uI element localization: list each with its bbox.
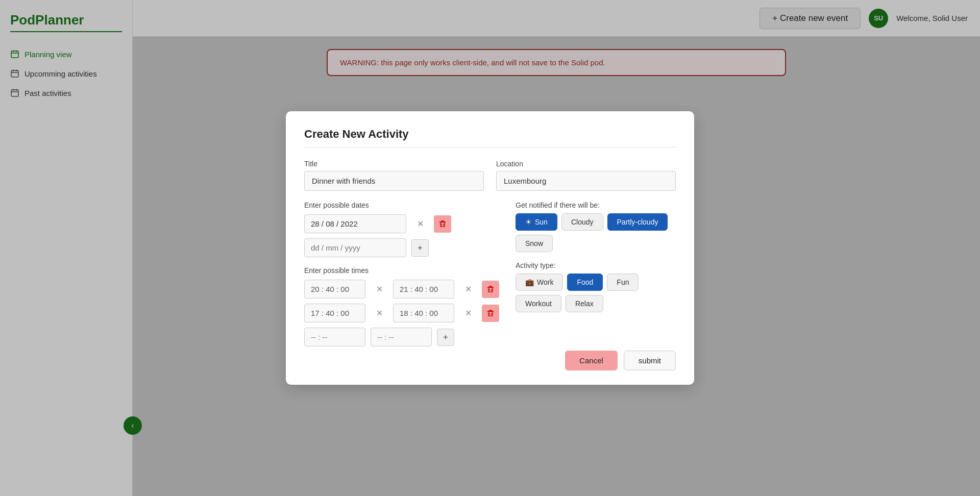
location-input[interactable]	[496, 171, 676, 191]
activity-work-label: Work	[537, 278, 553, 286]
date-clear-1-button[interactable]: ✕	[411, 215, 429, 233]
weather-section: Get notified if there will be: ☀ Sun Clo…	[516, 201, 676, 252]
weather-snow-label: Snow	[525, 239, 543, 247]
time-end-3[interactable]	[371, 328, 432, 346]
time-clear-start-2[interactable]: ✕	[371, 305, 388, 322]
time-row-1: ✕ ✕	[304, 280, 499, 299]
time-end-1[interactable]	[393, 280, 454, 299]
activity-type-label: Activity type:	[516, 261, 676, 269]
modal-title: Create New Activity	[304, 128, 676, 141]
two-col-layout: Enter possible dates ✕	[304, 201, 676, 346]
work-icon: 💼	[525, 278, 534, 286]
activity-btn-work[interactable]: 💼 Work	[516, 274, 563, 291]
activity-btn-fun[interactable]: Fun	[607, 274, 639, 291]
weather-btn-cloudy[interactable]: Cloudy	[561, 213, 603, 231]
activity-workout-label: Workout	[525, 300, 552, 308]
time-clear-start-1[interactable]: ✕	[371, 281, 388, 298]
date-delete-1-button[interactable]	[434, 215, 451, 233]
time-delete-1-button[interactable]	[482, 281, 499, 298]
location-group: Location	[496, 160, 676, 191]
cancel-button[interactable]: Cancel	[565, 351, 618, 370]
date-add-button[interactable]: +	[411, 239, 429, 257]
modal-footer: Cancel submit	[304, 351, 676, 370]
weather-btn-partly-cloudy[interactable]: Partly-cloudy	[607, 213, 668, 231]
weather-cloudy-label: Cloudy	[571, 218, 594, 226]
times-label: Enter possible times	[304, 266, 499, 275]
date-input-1[interactable]	[304, 214, 406, 233]
activity-btn-workout[interactable]: Workout	[516, 295, 561, 312]
activity-btn-relax[interactable]: Relax	[566, 295, 603, 312]
weather-label: Get notified if there will be:	[516, 201, 676, 209]
weather-sun-label: Sun	[535, 218, 548, 226]
weather-btn-snow[interactable]: Snow	[516, 235, 553, 252]
activity-food-label: Food	[577, 278, 593, 286]
time-start-2[interactable]	[304, 304, 365, 323]
title-location-row: Title Location	[304, 160, 676, 191]
time-start-3[interactable]	[304, 328, 365, 346]
weather-buttons: ☀ Sun Cloudy Partly-cloudy Snow	[516, 213, 676, 252]
svg-rect-18	[488, 311, 493, 316]
right-column: Get notified if there will be: ☀ Sun Clo…	[516, 201, 676, 312]
weather-btn-sun[interactable]: ☀ Sun	[516, 213, 557, 231]
activity-buttons: 💼 Work Food Fun Workout R	[516, 274, 676, 312]
date-row-1: ✕	[304, 214, 499, 233]
time-clear-end-2[interactable]: ✕	[459, 305, 477, 322]
submit-button[interactable]: submit	[624, 351, 676, 370]
activity-type-section: Activity type: 💼 Work Food Fun	[516, 261, 676, 312]
activity-btn-food[interactable]: Food	[567, 274, 603, 291]
time-delete-2-button[interactable]	[482, 305, 499, 322]
location-label: Location	[496, 160, 676, 168]
time-clear-end-1[interactable]: ✕	[459, 281, 477, 298]
activity-fun-label: Fun	[617, 278, 629, 286]
sun-icon: ☀	[525, 218, 532, 226]
date-input-2[interactable]	[304, 238, 406, 257]
time-start-1[interactable]	[304, 280, 365, 299]
modal: Create New Activity Title Location Enter…	[286, 111, 694, 385]
date-row-2: +	[304, 238, 499, 257]
left-column: Enter possible dates ✕	[304, 201, 499, 346]
dates-label: Enter possible dates	[304, 201, 499, 209]
modal-divider	[304, 147, 676, 147]
time-row-2: ✕ ✕	[304, 304, 499, 323]
svg-rect-12	[440, 222, 445, 227]
time-add-button[interactable]: +	[437, 329, 454, 346]
title-label: Title	[304, 160, 484, 168]
weather-partly-cloudy-label: Partly-cloudy	[617, 218, 658, 226]
svg-rect-15	[488, 287, 493, 292]
time-end-2[interactable]	[393, 304, 454, 323]
modal-overlay: Create New Activity Title Location Enter…	[0, 0, 980, 496]
title-group: Title	[304, 160, 484, 191]
times-section: Enter possible times ✕ ✕	[304, 266, 499, 346]
activity-relax-label: Relax	[575, 300, 594, 308]
title-input[interactable]	[304, 171, 484, 191]
dates-section: Enter possible dates ✕	[304, 201, 499, 257]
time-row-3: +	[304, 328, 499, 346]
